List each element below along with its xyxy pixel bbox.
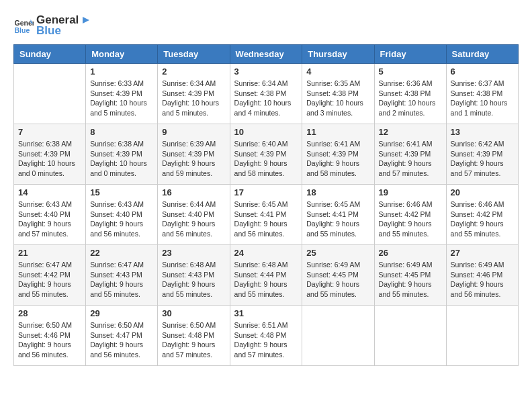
calendar-cell: 2Sunrise: 6:34 AM Sunset: 4:39 PM Daylig… — [158, 64, 230, 124]
calendar-cell: 22Sunrise: 6:47 AM Sunset: 4:43 PM Dayli… — [86, 245, 158, 306]
calendar-cell — [374, 306, 446, 366]
day-info: Sunrise: 6:48 AM Sunset: 4:44 PM Dayligh… — [234, 260, 298, 300]
calendar-cell: 30Sunrise: 6:50 AM Sunset: 4:48 PM Dayli… — [158, 306, 230, 366]
day-info: Sunrise: 6:46 AM Sunset: 4:42 PM Dayligh… — [379, 199, 442, 239]
day-number: 17 — [234, 187, 298, 197]
calendar-cell: 24Sunrise: 6:48 AM Sunset: 4:44 PM Dayli… — [230, 245, 302, 306]
day-number: 10 — [234, 127, 298, 137]
calendar-header-saturday: Saturday — [446, 45, 518, 64]
day-number: 29 — [90, 308, 153, 318]
day-info: Sunrise: 6:36 AM Sunset: 4:38 PM Dayligh… — [379, 79, 442, 118]
day-number: 13 — [451, 127, 514, 137]
calendar-cell: 26Sunrise: 6:49 AM Sunset: 4:45 PM Dayli… — [374, 245, 446, 306]
calendar-cell: 4Sunrise: 6:35 AM Sunset: 4:38 PM Daylig… — [302, 64, 374, 124]
calendar-cell: 3Sunrise: 6:34 AM Sunset: 4:38 PM Daylig… — [230, 64, 302, 124]
day-info: Sunrise: 6:42 AM Sunset: 4:39 PM Dayligh… — [451, 139, 514, 179]
calendar-cell: 16Sunrise: 6:44 AM Sunset: 4:40 PM Dayli… — [158, 185, 230, 245]
calendar-week-row: 1Sunrise: 6:33 AM Sunset: 4:39 PM Daylig… — [14, 64, 519, 124]
calendar-cell: 13Sunrise: 6:42 AM Sunset: 4:39 PM Dayli… — [446, 124, 518, 185]
day-number: 19 — [379, 187, 442, 197]
day-info: Sunrise: 6:49 AM Sunset: 4:45 PM Dayligh… — [379, 260, 442, 300]
calendar-cell — [14, 64, 86, 124]
calendar-cell: 21Sunrise: 6:47 AM Sunset: 4:42 PM Dayli… — [14, 245, 86, 306]
calendar-cell — [302, 306, 374, 366]
day-info: Sunrise: 6:43 AM Sunset: 4:40 PM Dayligh… — [90, 199, 153, 239]
day-number: 18 — [306, 187, 369, 197]
calendar-week-row: 14Sunrise: 6:43 AM Sunset: 4:40 PM Dayli… — [14, 185, 519, 245]
calendar-week-row: 28Sunrise: 6:50 AM Sunset: 4:46 PM Dayli… — [14, 306, 519, 366]
day-number: 6 — [451, 66, 514, 77]
day-info: Sunrise: 6:51 AM Sunset: 4:48 PM Dayligh… — [234, 320, 298, 360]
calendar-header-tuesday: Tuesday — [158, 45, 230, 64]
calendar-cell: 20Sunrise: 6:46 AM Sunset: 4:42 PM Dayli… — [446, 185, 518, 245]
day-number: 23 — [162, 248, 225, 258]
calendar-cell: 28Sunrise: 6:50 AM Sunset: 4:46 PM Dayli… — [14, 306, 86, 366]
calendar-header-thursday: Thursday — [302, 45, 374, 64]
logo-arrow-icon — [80, 14, 92, 26]
day-info: Sunrise: 6:40 AM Sunset: 4:39 PM Dayligh… — [234, 139, 298, 179]
day-number: 26 — [379, 248, 442, 258]
day-info: Sunrise: 6:41 AM Sunset: 4:39 PM Dayligh… — [306, 139, 369, 179]
day-info: Sunrise: 6:50 AM Sunset: 4:46 PM Dayligh… — [18, 320, 81, 360]
day-info: Sunrise: 6:35 AM Sunset: 4:38 PM Dayligh… — [306, 79, 369, 118]
calendar-week-row: 7Sunrise: 6:38 AM Sunset: 4:39 PM Daylig… — [14, 124, 519, 185]
logo-icon: General Blue — [13, 15, 34, 36]
day-number: 14 — [18, 187, 81, 197]
day-info: Sunrise: 6:50 AM Sunset: 4:48 PM Dayligh… — [162, 320, 225, 360]
day-number: 15 — [90, 187, 153, 197]
calendar-cell: 1Sunrise: 6:33 AM Sunset: 4:39 PM Daylig… — [86, 64, 158, 124]
day-info: Sunrise: 6:49 AM Sunset: 4:46 PM Dayligh… — [451, 260, 514, 300]
day-info: Sunrise: 6:34 AM Sunset: 4:38 PM Dayligh… — [234, 79, 298, 118]
calendar-cell: 10Sunrise: 6:40 AM Sunset: 4:39 PM Dayli… — [230, 124, 302, 185]
calendar-cell: 25Sunrise: 6:49 AM Sunset: 4:45 PM Dayli… — [302, 245, 374, 306]
page-header: General Blue General Blue — [13, 13, 519, 38]
day-number: 9 — [162, 127, 225, 137]
calendar-cell: 18Sunrise: 6:45 AM Sunset: 4:41 PM Dayli… — [302, 185, 374, 245]
day-info: Sunrise: 6:34 AM Sunset: 4:39 PM Dayligh… — [162, 79, 225, 118]
day-number: 30 — [162, 308, 225, 318]
day-number: 31 — [234, 308, 298, 318]
day-number: 8 — [90, 127, 153, 137]
day-number: 11 — [306, 127, 369, 137]
calendar-cell: 11Sunrise: 6:41 AM Sunset: 4:39 PM Dayli… — [302, 124, 374, 185]
day-info: Sunrise: 6:45 AM Sunset: 4:41 PM Dayligh… — [306, 199, 369, 239]
day-info: Sunrise: 6:49 AM Sunset: 4:45 PM Dayligh… — [306, 260, 369, 300]
day-number: 28 — [18, 308, 81, 318]
calendar-cell: 9Sunrise: 6:39 AM Sunset: 4:39 PM Daylig… — [158, 124, 230, 185]
calendar-header-friday: Friday — [374, 45, 446, 64]
calendar-cell: 7Sunrise: 6:38 AM Sunset: 4:39 PM Daylig… — [14, 124, 86, 185]
day-number: 2 — [162, 66, 225, 77]
calendar-cell — [446, 306, 518, 366]
day-number: 7 — [18, 127, 81, 137]
calendar-header-monday: Monday — [86, 45, 158, 64]
day-info: Sunrise: 6:50 AM Sunset: 4:47 PM Dayligh… — [90, 320, 153, 360]
calendar-cell: 15Sunrise: 6:43 AM Sunset: 4:40 PM Dayli… — [86, 185, 158, 245]
calendar-header-sunday: Sunday — [14, 45, 86, 64]
calendar-cell: 31Sunrise: 6:51 AM Sunset: 4:48 PM Dayli… — [230, 306, 302, 366]
calendar-cell: 6Sunrise: 6:37 AM Sunset: 4:38 PM Daylig… — [446, 64, 518, 124]
day-number: 24 — [234, 248, 298, 258]
day-number: 1 — [90, 66, 153, 77]
day-info: Sunrise: 6:43 AM Sunset: 4:40 PM Dayligh… — [18, 199, 81, 239]
day-info: Sunrise: 6:33 AM Sunset: 4:39 PM Dayligh… — [90, 79, 153, 118]
logo: General Blue General Blue — [13, 13, 92, 38]
day-number: 20 — [451, 187, 514, 197]
day-info: Sunrise: 6:47 AM Sunset: 4:43 PM Dayligh… — [90, 260, 153, 300]
calendar-cell: 27Sunrise: 6:49 AM Sunset: 4:46 PM Dayli… — [446, 245, 518, 306]
calendar-header-row: SundayMondayTuesdayWednesdayThursdayFrid… — [14, 45, 519, 64]
day-number: 27 — [451, 248, 514, 258]
calendar-week-row: 21Sunrise: 6:47 AM Sunset: 4:42 PM Dayli… — [14, 245, 519, 306]
day-info: Sunrise: 6:48 AM Sunset: 4:43 PM Dayligh… — [162, 260, 225, 300]
day-number: 4 — [306, 66, 369, 77]
day-number: 22 — [90, 248, 153, 258]
calendar-cell: 17Sunrise: 6:45 AM Sunset: 4:41 PM Dayli… — [230, 185, 302, 245]
calendar-cell: 14Sunrise: 6:43 AM Sunset: 4:40 PM Dayli… — [14, 185, 86, 245]
day-number: 12 — [379, 127, 442, 137]
day-info: Sunrise: 6:38 AM Sunset: 4:39 PM Dayligh… — [18, 139, 81, 179]
calendar-cell: 12Sunrise: 6:41 AM Sunset: 4:39 PM Dayli… — [374, 124, 446, 185]
day-number: 25 — [306, 248, 369, 258]
day-number: 5 — [379, 66, 442, 77]
calendar-cell: 29Sunrise: 6:50 AM Sunset: 4:47 PM Dayli… — [86, 306, 158, 366]
calendar-table: SundayMondayTuesdayWednesdayThursdayFrid… — [13, 44, 519, 366]
svg-text:Blue: Blue — [15, 26, 30, 34]
